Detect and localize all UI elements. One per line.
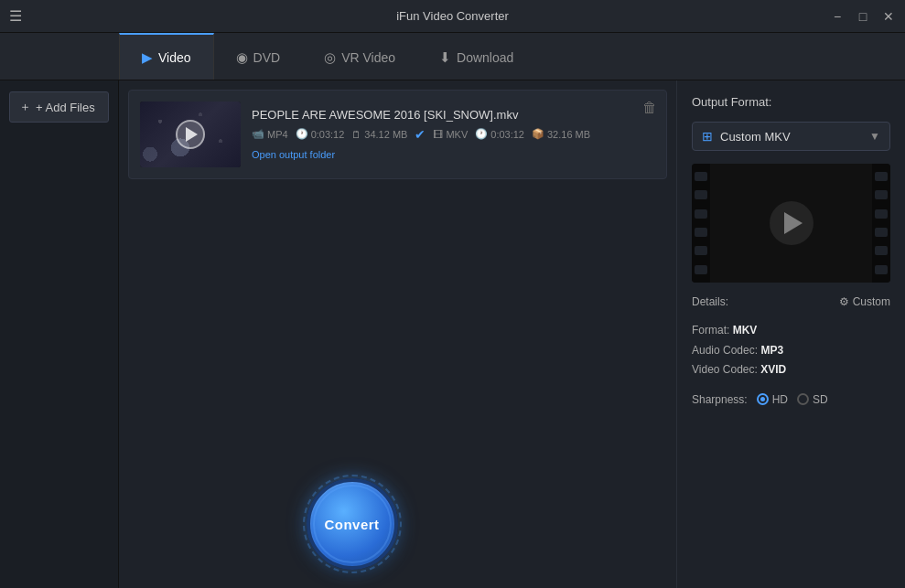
source-size: 34.12 MB bbox=[364, 129, 407, 140]
checkmark-icon: ✔ bbox=[415, 127, 426, 142]
tab-download[interactable]: ⬇ Download bbox=[417, 33, 535, 80]
tab-video-label: Video bbox=[158, 50, 191, 65]
format-grid-icon: ⊞ bbox=[702, 129, 713, 144]
preview-play-button[interactable] bbox=[770, 201, 813, 245]
add-files-label: + Add Files bbox=[36, 101, 95, 114]
custom-button[interactable]: ⚙ Custom bbox=[839, 295, 890, 308]
file-name: PEOPLE ARE AWESOME 2016 [SKI_SNOW].mkv bbox=[252, 108, 655, 122]
film-hole bbox=[695, 246, 707, 255]
table-row: PEOPLE ARE AWESOME 2016 [SKI_SNOW].mkv 📹… bbox=[128, 90, 667, 179]
tab-vr-video[interactable]: ◎ VR Video bbox=[302, 33, 417, 80]
video-codec-row: Video Codec: XVID bbox=[692, 360, 890, 380]
format-row: Format: MKV bbox=[692, 321, 890, 341]
menu-icon[interactable]: ☰ bbox=[9, 7, 22, 25]
open-folder-link[interactable]: Open output folder bbox=[252, 145, 655, 162]
title-bar-left: ☰ bbox=[9, 7, 22, 25]
sd-radio-item[interactable]: SD bbox=[797, 393, 828, 406]
hd-radio-dot bbox=[760, 397, 765, 401]
clock-icon: 🕐 bbox=[296, 128, 308, 140]
source-size-item: 🗒 34.12 MB bbox=[351, 129, 407, 140]
file-icon: 🗒 bbox=[351, 129, 361, 140]
format-selector-dropdown[interactable]: ⊞ Custom MKV ▼ bbox=[692, 122, 890, 151]
audio-codec-label: Audio Codec: bbox=[692, 344, 758, 357]
sidebar: ＋ + Add Files bbox=[0, 80, 119, 588]
thumbnail-play-button[interactable] bbox=[176, 120, 205, 149]
add-files-button[interactable]: ＋ + Add Files bbox=[9, 91, 109, 123]
video-codec-value: XVID bbox=[760, 363, 786, 376]
tab-vr-label: VR Video bbox=[341, 50, 395, 65]
file-info: PEOPLE ARE AWESOME 2016 [SKI_SNOW].mkv 📹… bbox=[252, 108, 655, 162]
delete-button[interactable]: 🗑 bbox=[642, 100, 657, 116]
gear-icon: ⚙ bbox=[839, 295, 849, 308]
film-hole bbox=[875, 190, 888, 199]
film-hole bbox=[695, 265, 707, 274]
format-label: Format: bbox=[692, 324, 729, 337]
film-hole bbox=[875, 209, 888, 219]
film-hole bbox=[875, 265, 888, 274]
output-format-item: 🎞 MKV bbox=[433, 129, 468, 140]
camera-icon: 📹 bbox=[252, 128, 264, 140]
audio-codec-value: MP3 bbox=[760, 344, 783, 357]
tab-dvd-label: DVD bbox=[253, 50, 281, 65]
source-format: MP4 bbox=[267, 129, 288, 140]
output-file-icon: 📦 bbox=[532, 128, 544, 140]
film-strip-right bbox=[872, 164, 890, 283]
sd-label: SD bbox=[813, 393, 828, 406]
tab-video[interactable]: ▶ Video bbox=[119, 33, 214, 80]
format-value: MKV bbox=[733, 324, 758, 337]
details-row: Details: ⚙ Custom bbox=[692, 295, 890, 308]
app-title: iFun Video Converter bbox=[396, 9, 509, 23]
vr-tab-icon: ◎ bbox=[324, 49, 336, 66]
convert-label: Convert bbox=[324, 517, 379, 532]
dvd-tab-icon: ◉ bbox=[236, 49, 248, 66]
hd-label: HD bbox=[772, 393, 788, 406]
audio-codec-row: Audio Codec: MP3 bbox=[692, 341, 890, 361]
tab-download-label: Download bbox=[457, 50, 513, 65]
custom-label: Custom bbox=[853, 295, 890, 308]
film-hole bbox=[695, 190, 707, 199]
video-preview bbox=[692, 164, 890, 283]
film-hole bbox=[695, 228, 707, 237]
sharpness-radio-group: HD SD bbox=[757, 393, 828, 406]
selected-format-text: Custom MKV bbox=[720, 130, 862, 144]
download-tab-icon: ⬇ bbox=[439, 49, 451, 66]
minimize-button[interactable]: − bbox=[830, 9, 845, 24]
convert-button-container: Convert bbox=[352, 478, 444, 570]
video-tab-icon: ▶ bbox=[142, 49, 153, 66]
format-details: Format: MKV Audio Codec: MP3 Video Codec… bbox=[692, 321, 890, 380]
file-list: PEOPLE ARE AWESOME 2016 [SKI_SNOW].mkv 📹… bbox=[119, 80, 676, 188]
hd-radio-button[interactable] bbox=[757, 393, 769, 405]
video-codec-label: Video Codec: bbox=[692, 363, 758, 376]
output-icon: 🎞 bbox=[433, 129, 443, 140]
open-output-folder[interactable]: Open output folder bbox=[252, 149, 335, 160]
output-size-item: 📦 32.16 MB bbox=[532, 128, 590, 140]
tab-dvd[interactable]: ◉ DVD bbox=[214, 33, 303, 80]
source-duration-item: 🕐 0:03:12 bbox=[296, 128, 345, 140]
details-label: Details: bbox=[692, 295, 728, 308]
play-icon bbox=[186, 127, 198, 142]
hd-radio-item[interactable]: HD bbox=[757, 393, 788, 406]
film-hole bbox=[695, 172, 707, 181]
title-bar: ☰ iFun Video Converter − □ ✕ bbox=[0, 0, 905, 33]
window-controls: − □ ✕ bbox=[830, 9, 896, 24]
film-hole bbox=[875, 246, 888, 255]
output-duration: 0:03:12 bbox=[490, 129, 524, 140]
film-hole bbox=[695, 209, 707, 219]
sharpness-row: Sharpness: HD SD bbox=[692, 393, 890, 406]
output-format: MKV bbox=[446, 129, 468, 140]
file-meta-source: 📹 MP4 🕐 0:03:12 🗒 34.12 MB ✔ 🎞 MKV bbox=[252, 127, 655, 142]
sharpness-label: Sharpness: bbox=[692, 393, 748, 406]
film-hole bbox=[875, 228, 888, 237]
sd-radio-button[interactable] bbox=[797, 393, 809, 405]
film-strip-left bbox=[692, 164, 710, 283]
film-hole bbox=[875, 172, 888, 181]
preview-play-icon bbox=[784, 212, 803, 234]
output-duration-item: 🕐 0:03:12 bbox=[475, 128, 524, 140]
maximize-button[interactable]: □ bbox=[856, 9, 870, 24]
file-thumbnail bbox=[140, 102, 241, 167]
right-panel: Output Format: ⊞ Custom MKV ▼ Details: bbox=[676, 80, 905, 588]
close-button[interactable]: ✕ bbox=[881, 9, 896, 24]
source-format-item: 📹 MP4 bbox=[252, 128, 288, 140]
output-size: 32.16 MB bbox=[547, 129, 590, 140]
convert-button[interactable]: Convert bbox=[307, 478, 398, 570]
